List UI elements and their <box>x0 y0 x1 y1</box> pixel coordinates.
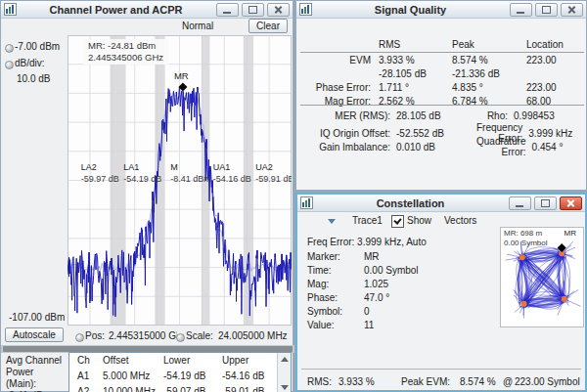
minimize-button[interactable] <box>509 196 531 210</box>
acpr-marker-la2: LA2-59.97 dB <box>81 162 119 185</box>
marker-info-list: Marker:MR Time:0.00 Symbol Mag:1.025 Pha… <box>307 251 493 333</box>
signal-quality-table: RMS Peak Location EVM 3.933 % 8.574 % 22… <box>300 36 584 108</box>
status-rms-value: 3.933 % <box>339 376 375 387</box>
bottom-level-value: -107.00 dBm <box>9 312 65 323</box>
avg-channel-power: Avg Channel Power (Main): -8.41 dBm <box>6 355 67 392</box>
close-button[interactable] <box>267 3 290 17</box>
peak-marker-label: MR <box>174 70 189 81</box>
status-at-value: 223.00 Symbol <box>515 376 580 387</box>
evm-db-row: -28.105 dB -21.336 dB <box>300 66 584 80</box>
clear-button[interactable]: Clear <box>248 19 288 33</box>
app-icon <box>299 3 312 16</box>
pos-knob-icon[interactable] <box>75 333 84 342</box>
ref-level-knob-icon[interactable] <box>5 44 14 53</box>
signal-quality-header: RMS Peak Location <box>300 36 584 53</box>
constellation-window: Constellation Trace1 Show Vectors Freq E… <box>295 193 587 392</box>
show-label[interactable]: Show <box>407 215 431 226</box>
scale-label: Scale: <box>186 330 213 341</box>
close-button[interactable] <box>560 196 582 210</box>
trace-selector[interactable]: Trace1 <box>352 215 383 226</box>
freq-error-readout: Freq Error: 3.999 kHz, Auto <box>307 237 427 247</box>
spectrum-toolbar: Normal Clear <box>1 18 293 35</box>
maximize-button[interactable] <box>534 196 557 210</box>
scroll-down-icon[interactable] <box>281 385 289 390</box>
acpr-marker-ua2: UA2-59.91 dB <box>255 162 292 185</box>
app-icon <box>300 196 313 209</box>
status-at-label: @ <box>503 376 513 387</box>
scale-value[interactable]: 24.005000 MHz <box>218 330 288 341</box>
table-row[interactable]: A2 10.000 MHz -59.07 dB -59.01 dB <box>69 384 291 392</box>
acpr-marker-la1: LA1-54.19 dB <box>123 162 161 185</box>
signal-quality-titlebar[interactable]: Signal Quality <box>296 1 586 19</box>
db-div-knob-icon[interactable] <box>5 61 14 69</box>
db-div-label: dB/div: <box>15 58 45 68</box>
minimize-button[interactable] <box>216 3 239 17</box>
window-title: Constellation <box>315 197 506 209</box>
acpr-marker-ua1: UA1-54.16 dB <box>213 162 251 185</box>
maximize-button[interactable] <box>242 3 264 17</box>
constellation-plot[interactable]: MR: 698 m 0.00 Symbol MR <box>500 227 584 327</box>
ref-level-value[interactable]: -7.00 dBm <box>15 41 60 52</box>
constellation-status-bar: RMS: 3.933 % Peak EVM: 8.574 % @ 223.00 … <box>301 369 581 391</box>
close-button[interactable] <box>561 3 583 17</box>
vectors-label[interactable]: Vectors <box>444 215 476 226</box>
channel-power-titlebar[interactable]: Channel Power and ACPR <box>1 1 293 19</box>
app-icon <box>4 3 17 16</box>
avg-channel-power-label: Avg Channel Power (Main): <box>6 355 67 390</box>
marker-readout-power: MR: -24.81 dBm <box>88 40 163 52</box>
maximize-button[interactable] <box>535 3 558 17</box>
table-header-row: Ch Offset Lower Upper <box>69 353 291 369</box>
pos-value[interactable]: 2.445315000 GHz <box>109 330 177 341</box>
spectrum-plot[interactable]: MR: -24.81 dBm 2.445345006 GHz MR LA2-59… <box>68 35 292 326</box>
db-div-value[interactable]: 10.0 dB <box>17 73 50 84</box>
iq-offset-freq-error-row: IQ Origin Offset:-52.552 dB Frequency Er… <box>300 122 584 136</box>
constellation-marker-label: MR <box>564 229 576 238</box>
window-title: Channel Power and ACPR <box>19 4 213 16</box>
constellation-titlebar[interactable]: Constellation <box>297 195 585 212</box>
constellation-marker-readout: MR: 698 m 0.00 Symbol <box>504 229 547 247</box>
signal-quality-pairs: MER (RMS):28.105 dB Rho:0.998453 IQ Orig… <box>300 105 584 150</box>
signal-quality-window: Signal Quality RMS Peak Location EVM 3.9… <box>295 0 587 191</box>
acpr-offset-table: Ch Offset Lower Upper A1 5.000 MHz -54.1… <box>68 352 292 392</box>
vertical-scrollbar[interactable] <box>277 353 291 392</box>
minimize-button[interactable] <box>510 3 532 17</box>
window-title: Signal Quality <box>314 4 507 16</box>
channel-power-window: Channel Power and ACPR Normal Clear -7.0… <box>0 0 294 392</box>
marker-readout-freq: 2.445345006 GHz <box>88 52 163 64</box>
status-rms-label: RMS: <box>307 376 332 387</box>
pos-label: Pos: <box>85 330 105 341</box>
marker-readout: MR: -24.81 dBm 2.445345006 GHz <box>83 39 168 65</box>
status-peak-label: Peak EVM: <box>401 376 450 387</box>
phase-error-row: Phase Error: 1.711 ° 4.835 ° 223.00 <box>300 80 584 94</box>
mer-rho-row: MER (RMS):28.105 dB Rho:0.998453 <box>300 109 584 122</box>
chevron-down-icon[interactable] <box>328 219 336 224</box>
scale-knob-icon[interactable] <box>176 333 185 342</box>
show-vectors-checkbox[interactable] <box>391 215 404 228</box>
scroll-up-icon[interactable] <box>281 357 289 362</box>
trace-mode-label[interactable]: Normal <box>182 21 213 31</box>
status-peak-value: 8.574 % <box>460 376 496 387</box>
acpr-marker-m: M-8.41 dBm <box>170 162 211 185</box>
table-row[interactable]: A1 5.000 MHz -54.19 dB -54.16 dB <box>69 369 291 384</box>
vsa-screen: Channel Power and ACPR Normal Clear -7.0… <box>0 0 587 392</box>
autoscale-button[interactable]: Autoscale <box>5 327 64 342</box>
evm-row: EVM 3.933 % 8.574 % 223.00 <box>300 53 584 66</box>
